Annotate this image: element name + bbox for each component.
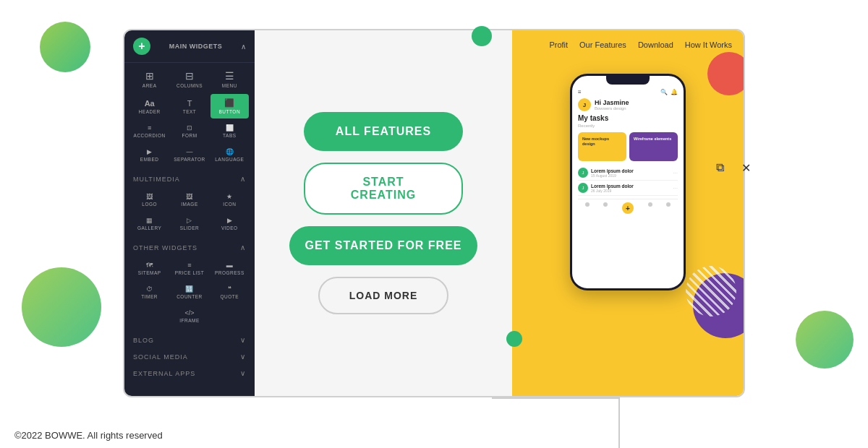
icon-label: ICON [223,202,236,207]
blog-title: BLOG [133,337,154,344]
sitemap-icon: 🗺 [146,262,153,269]
image-icon: 🖼 [186,193,192,200]
phone-mockup: ≡ 🔍 🔔 J Hi Jasmine Bowwers design My tas… [570,74,686,290]
vertical-guide-top [618,397,620,448]
phone-action-icons: 🔍 🔔 [660,89,678,95]
load-more-button[interactable]: LOAD MORE [318,277,448,314]
widget-timer[interactable]: ⏱ TIMER [130,281,169,303]
external-apps-section[interactable]: EXTERNAL APPS ∨ [124,363,255,380]
counter-icon: 🔢 [185,285,193,293]
close-icon[interactable]: ✕ [736,158,756,178]
nav-download[interactable]: Download [638,40,673,49]
nav-how-it-works[interactable]: How It Works [685,40,732,49]
widget-button[interactable]: ⬛ BUTTON [210,94,249,119]
bg-circle-bottom-green [22,267,101,347]
phone-list-text-2: Lorem ipsum dolor 26 July 2019 [591,184,670,193]
phone-list-dots-2: ··· [673,185,678,191]
social-collapse-icon: ∨ [240,353,246,361]
phone-list-text-1: Lorem ipsum dolor 15 August 2019 [591,168,670,178]
columns-icon: ⊟ [185,70,194,82]
widget-language[interactable]: 🌐 LANGUAGE [210,144,249,166]
accordion-label: ACCORDION [134,133,166,138]
other-collapse-icon[interactable]: ∧ [240,244,246,251]
widget-header[interactable]: Aa HEADER [130,94,169,119]
widget-counter[interactable]: 🔢 COUNTER [170,281,208,303]
social-media-section[interactable]: SOCIAL MEDIA ∨ [124,347,255,363]
phone-nav-profile [648,202,652,207]
widget-progress[interactable]: ▬ PROGRESS [210,257,249,280]
phone-menu-icon: ≡ [578,89,582,95]
preview-navigation: Profit Our Features Download How It Work… [512,30,744,59]
nav-profit[interactable]: Profit [549,40,568,49]
widget-logo[interactable]: 🖼 LOGO [130,189,169,211]
widget-form[interactable]: ⊡ FORM [170,120,208,142]
widget-text[interactable]: T TEXT [170,94,208,119]
slider-label: SLIDER [180,225,199,231]
text-icon: T [187,99,192,108]
counter-label: COUNTER [176,294,203,299]
preview-circle-striped [686,266,736,316]
phone-card-2-text: Wireframe elements [634,137,673,142]
widget-image[interactable]: 🖼 IMAGE [170,189,208,211]
language-label: LANGUAGE [215,157,244,162]
gallery-icon: ▦ [146,217,153,224]
sidebar-header: + MAIN WIDGETS ∧ [124,30,255,63]
horizontal-guide [492,397,618,399]
phone-list-dots-1: ··· [673,170,678,176]
phone-list-avatar-1: J [578,168,588,178]
phone-list-item-1: J Lorem ipsum dolor 15 August 2019 ··· [578,165,678,181]
widget-separator[interactable]: — SEPARATOR [170,144,208,166]
separator-label: SEPARATOR [174,157,205,162]
nav-features[interactable]: Our Features [579,40,626,49]
duplicate-icon[interactable]: ⧉ [710,158,730,178]
phone-list-title-2: Lorem ipsum dolor [591,184,670,189]
widget-menu[interactable]: ☰ MENU [210,66,249,92]
get-started-button[interactable]: GET STARTED FOR FREE [289,226,477,265]
phone-list-date-1: 15 August 2019 [591,173,670,178]
widget-embed[interactable]: ▶ EMBED [130,144,169,166]
collapse-main-icon[interactable]: ∧ [241,43,246,51]
widget-accordion[interactable]: ≡ ACCORDION [130,120,169,142]
blog-section[interactable]: BLOG ∨ [124,330,255,347]
other-widgets-section: OTHER WIDGETS ∧ [124,238,255,254]
timer-icon: ⏱ [146,285,153,293]
phone-nav-search [603,202,608,207]
phone-greeting-row: J Hi Jasmine Bowwers design [578,98,678,111]
widget-tabs[interactable]: ⬜ TABS [210,120,249,142]
tabs-icon: ⬜ [226,124,234,132]
slider-icon: ▷ [187,217,192,224]
bg-circle-preview-bottom [506,331,522,347]
widget-gallery[interactable]: ▦ GALLERY [130,212,169,235]
phone-search-icon: 🔍 [660,89,668,95]
gallery-label: GALLERY [137,225,161,231]
widget-columns[interactable]: ⊟ COLUMNS [170,66,208,92]
quote-label: QUOTE [221,294,239,299]
bg-circle-top-green [40,22,90,72]
start-creating-button[interactable]: START CREATING [304,163,463,215]
icon-icon: ★ [226,193,232,200]
phone-greeting-text: Hi Jasmine [595,99,629,106]
phone-cards: New mockups design Wireframe elements [578,132,678,161]
widget-iframe[interactable]: </> IFRAME [130,305,249,327]
phone-nav-settings [666,202,671,207]
widget-pricelist[interactable]: ≡ PRICE LIST [170,257,208,280]
all-features-button[interactable]: ALL FEATURES [304,112,463,151]
add-widget-button[interactable]: + [133,38,150,55]
multimedia-collapse-icon[interactable]: ∧ [240,175,246,183]
phone-tasks-title: My tasks [578,114,678,122]
phone-list-date-2: 26 July 2019 [591,189,670,193]
widget-sitemap[interactable]: 🗺 SITEMAP [130,257,169,280]
widget-quote[interactable]: ❝ QUOTE [210,281,249,303]
widget-icon-item[interactable]: ★ ICON [210,189,249,211]
accordion-icon: ≡ [148,124,151,132]
external-apps-title: EXTERNAL APPS [133,370,195,377]
multimedia-widgets-grid: 🖼 LOGO 🖼 IMAGE ★ ICON ▦ GALLERY ▷ SLIDER… [124,186,255,238]
area-icon: ⊞ [145,70,154,82]
main-widgets-grid: ⊞ AREA ⊟ COLUMNS ☰ MENU Aa HEADER T TEXT… [124,63,255,169]
columns-label: COLUMNS [176,83,203,88]
menu-icon: ☰ [225,70,234,82]
blog-collapse-icon: ∨ [240,336,246,344]
widget-area[interactable]: ⊞ AREA [130,66,169,92]
widget-video[interactable]: ▶ VIDEO [210,212,249,235]
widget-slider[interactable]: ▷ SLIDER [170,212,208,235]
